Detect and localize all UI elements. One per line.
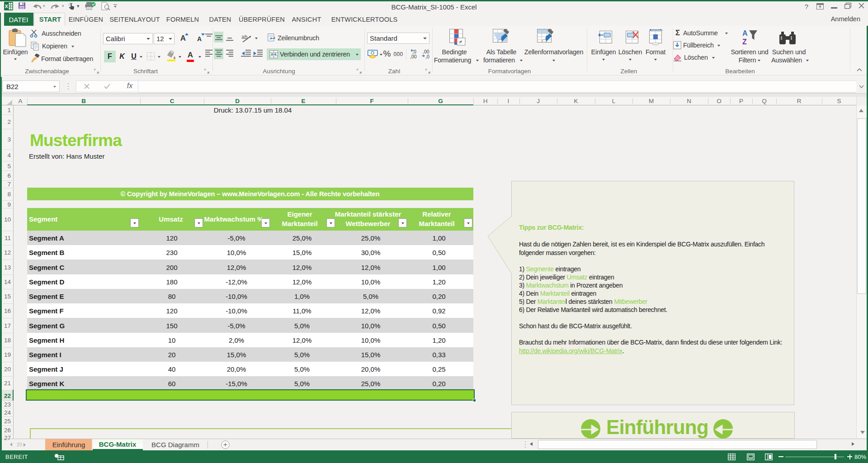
svg-text:Z: Z bbox=[742, 38, 747, 46]
svg-text:X: X bbox=[5, 4, 9, 9]
svg-text:,0: ,0 bbox=[425, 54, 429, 59]
svg-text:≠: ≠ bbox=[459, 38, 462, 45]
svg-text:A: A bbox=[742, 29, 748, 37]
svg-text:,00: ,00 bbox=[410, 54, 417, 59]
